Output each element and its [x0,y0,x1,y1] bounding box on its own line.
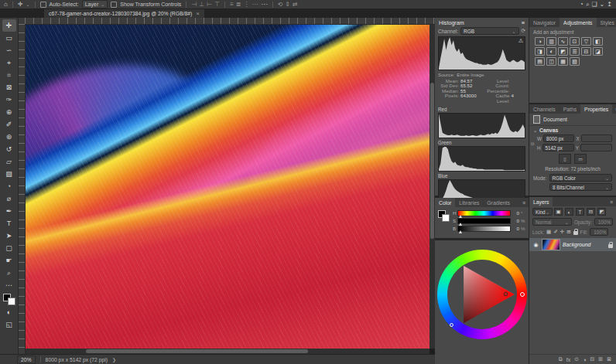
eraser-tool[interactable]: ▱ [2,155,16,168]
ruler-vertical[interactable] [19,24,26,354]
threshold-icon[interactable]: ◫ [546,57,556,66]
align-left-icon[interactable]: ⊣ [191,1,197,9]
tab-layers[interactable]: Layers [529,197,553,206]
hue-marker[interactable] [520,292,525,297]
color-balance-icon[interactable]: ◨ [535,47,545,56]
tab-styles[interactable]: Styles [597,18,616,27]
h-value[interactable]: 0 [512,210,519,216]
posterize-icon[interactable]: ▤ [535,57,545,66]
new-layer-icon[interactable]: ⊞ [598,356,603,362]
crop-tool[interactable]: ⌗ [2,69,16,81]
color-panel-swatches[interactable] [438,210,450,222]
brush-tool[interactable]: ✐ [2,118,16,131]
levels-icon[interactable]: ▥ [546,37,556,46]
link-dimensions-icon[interactable]: ⧉ [531,141,534,147]
quick-mask-button[interactable]: ◐ [2,306,16,318]
layer-thumbnail[interactable] [542,239,560,250]
object-selection-tool[interactable]: ⌖ [2,56,16,69]
invert-icon[interactable]: ◪ [593,47,603,56]
document-header[interactable]: Document [529,114,616,126]
tab-adjustments[interactable]: Adjustments [560,18,596,27]
h-slider[interactable] [457,210,511,216]
curves-icon[interactable]: ∿ [558,37,568,46]
auto-select-checkbox[interactable] [40,2,46,8]
gradient-tool[interactable]: ▨ [2,168,16,180]
tab-channels[interactable]: Channels [529,104,560,114]
search-icon[interactable]: ⌕ [586,1,589,9]
source-value[interactable]: Entire Image [457,72,484,77]
distribute-horizontal-icon[interactable]: ≣ [236,1,241,9]
workspace-caret-icon[interactable]: ⌄ [600,1,605,9]
layer-effects-icon[interactable]: fx [566,357,570,362]
document-tab[interactable]: c67-78-gamer-and-creator-1280307384.jpg … [44,9,204,18]
filter-type-layers-icon[interactable]: T [576,208,584,216]
lock-all-icon[interactable] [573,231,578,235]
panel-menu-icon[interactable]: ≡ [612,104,616,114]
blur-tool[interactable]: ◔ [2,180,16,192]
tab-gradients[interactable]: Gradients [483,198,513,207]
show-transform-checkbox[interactable] [111,2,117,8]
panel-menu-icon[interactable]: ≡ [607,197,616,206]
filter-adjustment-layers-icon[interactable]: ◐ [565,208,573,216]
black-white-icon[interactable]: ◐ [546,47,556,56]
orientation-landscape-button[interactable]: ▭ [574,154,587,164]
panel-menu-icon[interactable]: ≡ [522,19,525,26]
zoom-tool[interactable]: ⌕ [2,267,16,279]
layer-mask-icon[interactable]: ⊙ [574,356,579,362]
screen-mode-button[interactable]: ◱ [2,318,16,331]
lock-transparency-icon[interactable]: ▦ [546,229,551,235]
align-top-icon[interactable]: ⊤ [214,1,220,9]
b-slider[interactable] [457,226,511,232]
filter-shape-layers-icon[interactable]: ⊟ [587,208,595,216]
cached-data-warning-icon[interactable]: ⚠ [518,38,523,44]
foreground-background-swatches[interactable] [3,294,15,305]
layer-row-background[interactable]: ◉ Background [529,238,616,251]
slider-thumb[interactable] [459,230,462,233]
edit-toolbar-button[interactable]: ⋯ [2,279,16,291]
refresh-histogram-icon[interactable]: ⟳ [522,28,525,34]
canvas-section-header[interactable]: ⌄ Canvas [529,126,616,134]
hue-wheel[interactable] [437,250,527,339]
tab-navigator[interactable]: Navigator [529,18,560,27]
eyedropper-tool[interactable]: ✑ [2,94,16,106]
layer-name[interactable]: Background [563,242,606,247]
channel-mixer-icon[interactable]: ☰ [570,47,580,56]
distribute-vertical-icon[interactable]: ≡ [230,1,234,9]
filter-smart-objects-icon[interactable]: ◩ [597,208,606,216]
color-mode-dropdown[interactable]: RGB Color ⌄ [549,174,612,182]
move-tool-preset-icon[interactable]: ✛ [18,1,23,9]
layer-lock-icon[interactable] [608,244,613,248]
background-color-swatch[interactable] [8,298,15,305]
gradient-map-icon[interactable]: ▦ [558,57,568,66]
layer-filter-kind-dropdown[interactable]: Kind ⌄ [532,208,553,216]
3d-slide-icon[interactable]: ⇄ [293,1,298,9]
width-field[interactable]: 8000 px [543,134,574,142]
brightness-contrast-icon[interactable]: ◑ [535,37,545,46]
home-icon[interactable]: ⌂ [4,1,8,9]
lock-pixels-icon[interactable]: ✐ [553,229,557,235]
tab-paths[interactable]: Paths [560,104,580,114]
more-align-options-icon[interactable]: ⋯ [262,1,268,9]
tab-color[interactable]: Color [435,198,455,207]
align-center-h-icon[interactable]: ⊥ [199,1,204,9]
filter-pixel-layers-icon[interactable]: ▣ [554,208,563,216]
3d-pan-icon[interactable]: ⇕ [285,1,290,9]
hue-saturation-icon[interactable]: ◧ [593,37,603,46]
tab-libraries[interactable]: Libraries [455,198,483,207]
link-layers-icon[interactable]: ⧉ [559,356,563,362]
visibility-eye-icon[interactable]: ◉ [532,242,539,248]
tab-properties[interactable]: Properties [580,104,612,114]
lock-position-icon[interactable]: ✛ [560,229,564,235]
color-lookup-icon[interactable]: ⊟ [581,47,591,56]
hand-tool[interactable]: ☛ [2,254,16,267]
auto-select-target-dropdown[interactable]: Layer ⌄ [82,0,108,9]
height-field[interactable]: 5142 px [542,144,574,151]
s-slider[interactable] [457,218,511,224]
lock-artboard-icon[interactable]: ⊞ [566,229,570,235]
lasso-tool[interactable]: ∽ [2,44,16,56]
path-selection-tool[interactable]: ➤ [2,230,16,242]
clone-stamp-tool[interactable]: ⊛ [2,131,16,143]
healing-brush-tool[interactable]: ⊕ [2,106,16,118]
orientation-portrait-button[interactable]: ▯ [559,154,571,164]
horizontal-scrollbar[interactable] [26,349,429,354]
